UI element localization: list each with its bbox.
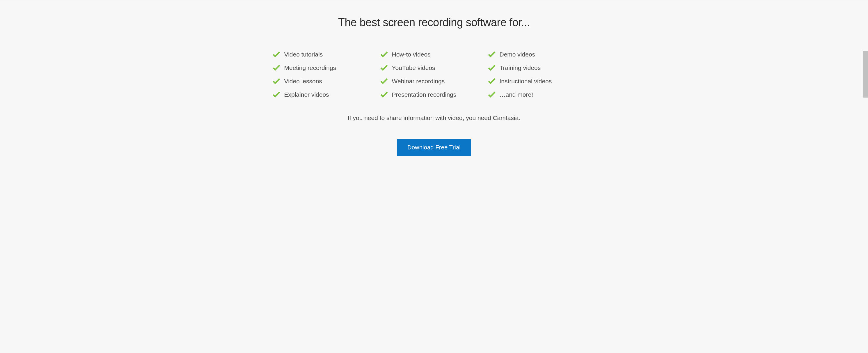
feature-column-3: Demo videos Training videos Instructiona… (488, 51, 596, 98)
feature-item: Webinar recordings (380, 78, 488, 85)
feature-label: Instructional videos (500, 78, 552, 85)
feature-label: Training videos (500, 64, 541, 71)
check-icon (273, 64, 280, 72)
check-icon (488, 91, 496, 98)
feature-label: …and more! (500, 91, 533, 98)
feature-item: Presentation recordings (380, 91, 488, 98)
feature-label: Explainer videos (284, 91, 329, 98)
feature-label: Video tutorials (284, 51, 323, 58)
check-icon (380, 78, 388, 85)
feature-item: Video tutorials (273, 51, 380, 58)
check-icon (488, 51, 496, 58)
feature-label: Demo videos (500, 51, 535, 58)
feature-label: Presentation recordings (392, 91, 457, 98)
check-icon (273, 91, 280, 98)
feature-columns: Video tutorials Meeting recordings Video… (242, 51, 626, 98)
feature-item: How-to videos (380, 51, 488, 58)
feature-label: Video lessons (284, 78, 322, 85)
feature-item: Training videos (488, 64, 596, 72)
feature-item: Instructional videos (488, 78, 596, 85)
check-icon (380, 91, 388, 98)
check-icon (488, 78, 496, 85)
feature-label: Meeting recordings (284, 64, 336, 71)
feature-column-1: Video tutorials Meeting recordings Video… (273, 51, 380, 98)
feature-item: …and more! (488, 91, 596, 98)
check-icon (273, 78, 280, 85)
feature-item: Video lessons (273, 78, 380, 85)
download-trial-button[interactable]: Download Free Trial (397, 139, 471, 156)
feature-column-2: How-to videos YouTube videos Webinar rec… (380, 51, 488, 98)
tagline-text: If you need to share information with vi… (242, 114, 626, 121)
check-icon (380, 64, 388, 72)
scrollbar-thumb[interactable] (863, 51, 868, 97)
check-icon (380, 51, 388, 58)
check-icon (488, 64, 496, 72)
section-heading: The best screen recording software for..… (242, 16, 626, 29)
feature-item: Meeting recordings (273, 64, 380, 72)
content-section: The best screen recording software for..… (242, 16, 626, 156)
feature-label: YouTube videos (392, 64, 435, 71)
feature-item: YouTube videos (380, 64, 488, 72)
check-icon (273, 51, 280, 58)
feature-item: Explainer videos (273, 91, 380, 98)
feature-item: Demo videos (488, 51, 596, 58)
feature-label: How-to videos (392, 51, 431, 58)
feature-label: Webinar recordings (392, 78, 445, 85)
